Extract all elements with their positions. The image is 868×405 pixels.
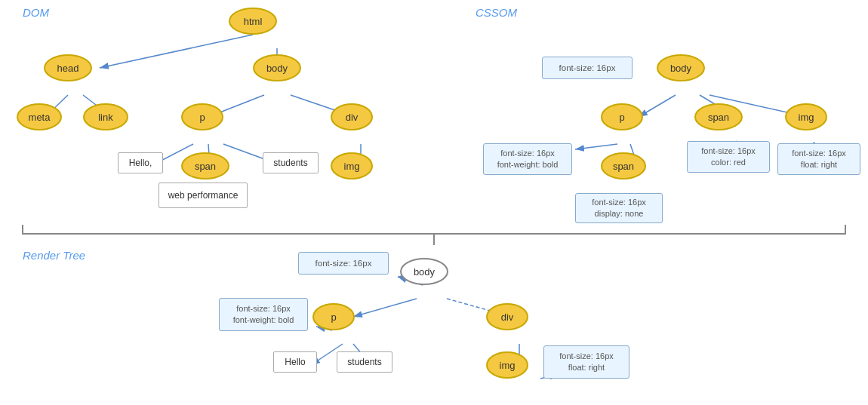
node-body-merged: body: [400, 258, 448, 285]
node-html: html: [229, 8, 277, 35]
node-span-inner-box-css: font-size: 16pxdisplay: none: [575, 193, 663, 223]
node-img-dom: img: [331, 152, 373, 179]
node-students-text: students: [263, 152, 319, 173]
node-span-css: span: [694, 103, 743, 130]
arrows-svg: [0, 0, 868, 405]
node-img-css: img: [785, 103, 827, 130]
node-hello-merged: Hello: [273, 351, 317, 373]
dom-label: DOM: [23, 6, 49, 19]
node-span-inner-css: span: [601, 152, 646, 179]
node-p-css: p: [601, 103, 643, 130]
merged-label: Render Tree: [23, 249, 85, 262]
diagram-container: DOM CSSOM Render Tree html head body met…: [0, 0, 868, 405]
node-span-box-css: font-size: 16pxcolor: red: [687, 141, 770, 173]
node-img-box-css: font-size: 16pxfloat: right: [777, 143, 860, 175]
svg-line-2: [100, 35, 253, 68]
node-div-dom: div: [331, 103, 373, 130]
node-img-merged: img: [486, 351, 528, 379]
node-span-dom: span: [181, 152, 229, 179]
svg-line-16: [575, 144, 617, 149]
node-web-perf: web performance: [159, 183, 248, 208]
svg-line-24: [353, 299, 417, 317]
node-students-merged: students: [337, 351, 392, 373]
node-p-dom: p: [181, 103, 223, 130]
node-link: link: [83, 103, 128, 130]
node-font-body-merged: font-size: 16px: [298, 252, 389, 275]
node-img-box-merged: font-size: 16pxfloat: right: [543, 345, 629, 379]
node-font-size-body: font-size: 16px: [542, 57, 633, 79]
node-p-merged: p: [312, 303, 355, 330]
cssom-label: CSSOM: [476, 6, 517, 19]
node-body-dom: body: [253, 54, 301, 81]
node-head: head: [44, 54, 92, 81]
node-p-box-merged: font-size: 16pxfont-weight: bold: [219, 298, 308, 331]
node-hello-text: Hello,: [118, 152, 163, 173]
node-meta: meta: [17, 103, 62, 130]
node-div-merged: div: [486, 303, 528, 330]
node-body-css: body: [657, 54, 705, 81]
node-p-box-css: font-size: 16pxfont-weight: bold: [483, 143, 572, 175]
svg-line-13: [639, 95, 676, 117]
